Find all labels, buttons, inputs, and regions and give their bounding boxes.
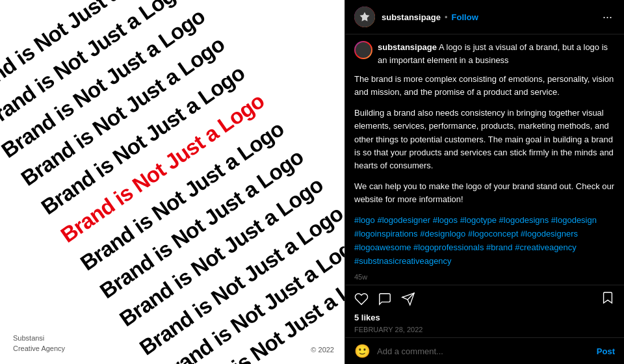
comment-input-area: 🙂 Post (345, 337, 624, 364)
actions-bar (345, 285, 624, 310)
comment-button[interactable] (378, 292, 392, 306)
dot-separator: • (445, 12, 448, 22)
emoji-button[interactable]: 🙂 (354, 343, 370, 359)
header-username[interactable]: substansipage (382, 12, 441, 22)
likes-count: 5 likes (354, 313, 380, 322)
post-image: Brand is Not Just a Logo Brand is Not Ju… (0, 0, 344, 364)
post-timestamp: 45w (354, 273, 615, 281)
post-date: February 28, 2022 (345, 326, 624, 337)
post-body: substansipage A logo is just a visual of… (345, 34, 624, 285)
post-comment-button[interactable]: Post (597, 346, 615, 356)
follow-button[interactable]: Follow (452, 12, 478, 22)
caption-avatar[interactable] (354, 41, 372, 59)
hashtags: #logo #logodesigner #logos #logotype #lo… (354, 214, 615, 268)
avatar[interactable] (354, 6, 375, 27)
caption-header: substansipage A logo is just a visual of… (354, 41, 615, 66)
comment-icon (378, 292, 392, 306)
post-header: substansipage • Follow ··· (345, 0, 624, 34)
header-info: substansipage • Follow (382, 12, 600, 22)
share-button[interactable] (401, 292, 415, 306)
brand-text-overlay: Brand is Not Just a Logo Brand is Not Ju… (0, 0, 344, 364)
caption-username: substansipage (378, 42, 437, 52)
action-icons (354, 292, 601, 306)
paragraph-3: We can help you to make the logo of your… (354, 180, 615, 206)
caption-avatar-image (356, 42, 371, 58)
paragraph-2: Building a brand also needs consistency … (354, 107, 615, 172)
comment-input[interactable] (377, 346, 590, 356)
heart-icon (354, 292, 369, 306)
bookmark-icon (601, 291, 615, 305)
copyright: © 2022 (311, 346, 334, 354)
caption-text: substansipage A logo is just a visual of… (378, 41, 615, 66)
likes-section: 5 likes (345, 310, 624, 326)
like-button[interactable] (354, 292, 369, 306)
paragraph-1: The brand is more complex consisting of … (354, 73, 615, 99)
avatar-image (354, 6, 375, 27)
share-icon (401, 292, 415, 306)
more-options-button[interactable]: ··· (600, 10, 615, 24)
bookmark-button[interactable] (601, 291, 615, 307)
watermark: Substansi Creative Agency (13, 333, 65, 354)
right-panel: substansipage • Follow ··· substansipage… (344, 0, 624, 364)
